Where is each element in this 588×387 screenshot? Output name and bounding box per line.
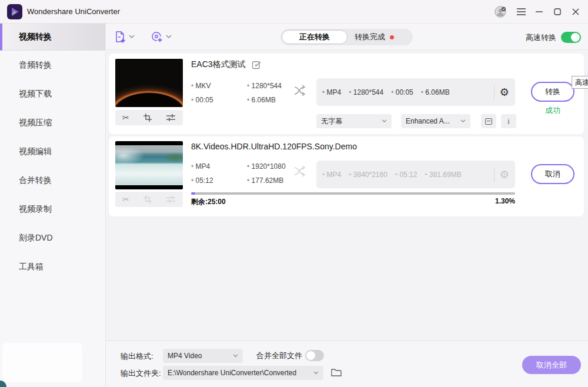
sidebar-item-screen-record[interactable]: 视频录制 <box>0 195 105 223</box>
minimize-button[interactable] <box>532 5 547 19</box>
time-remaining: 剩余:25:00 <box>191 197 226 207</box>
source-size: 6.06MB <box>247 96 282 104</box>
footer-bar: 输出格式: MP4 Video 合并全部文件 输出文件夹: E:\Wonders… <box>106 341 588 387</box>
adjust-icon <box>166 195 176 203</box>
task-title-row: EAC3格式测试 <box>191 59 261 70</box>
add-file-icon <box>113 31 126 44</box>
chevron-down-icon <box>382 119 387 123</box>
menu-button[interactable] <box>513 5 529 19</box>
sidebar-item-video-compress[interactable]: 视频压缩 <box>0 108 105 137</box>
source-duration: 05:12 <box>191 176 247 185</box>
close-button[interactable] <box>568 5 583 19</box>
add-dvd-button[interactable] <box>150 24 172 50</box>
source-duration: 00:05 <box>191 96 247 104</box>
output-format-select[interactable]: MP4 Video <box>163 349 243 363</box>
output-duration: 05:12 <box>395 171 417 179</box>
info-button[interactable]: i <box>501 114 516 128</box>
divider <box>494 168 495 182</box>
source-resolution: 1280*544 <box>247 82 282 90</box>
subtitle-select[interactable]: 无字幕 <box>316 114 392 128</box>
settings-gear-button[interactable]: ⚙ <box>500 169 509 180</box>
merge-all-label: 合并全部文件 <box>256 351 302 361</box>
output-folder-label: 输出文件夹: <box>121 368 161 379</box>
sidebar-item-video-edit[interactable]: 视频编辑 <box>0 137 105 166</box>
task-list: 高速 ✂ EAC3格式测试 <box>106 50 588 341</box>
highspeed-tooltip: 高速 <box>572 76 588 89</box>
rename-icon[interactable] <box>252 60 261 69</box>
chevron-down-icon <box>166 35 172 39</box>
maximize-icon <box>554 8 561 15</box>
crop-button[interactable] <box>143 195 152 203</box>
highspeed-label: 高速转换 <box>526 32 556 43</box>
output-duration: 00:05 <box>391 88 413 96</box>
open-folder-button[interactable] <box>330 366 343 379</box>
account-avatar[interactable] <box>493 5 508 19</box>
cancel-button[interactable]: 取消 <box>531 164 574 184</box>
convert-arrow-icon <box>293 165 309 178</box>
task-title: EAC3格式测试 <box>191 59 246 70</box>
toggle-knob <box>571 33 580 42</box>
add-file-button[interactable] <box>113 24 135 50</box>
minimize-icon <box>536 11 543 12</box>
output-format: MP4 <box>322 171 341 179</box>
task-card-1: ✂ EAC3格式测试 <box>109 54 584 134</box>
hamburger-icon <box>517 8 526 15</box>
cancel-all-button[interactable]: 取消全部 <box>522 356 581 374</box>
output-settings-box: MP4 1280*544 00:05 6.06MB ⚙ <box>316 78 515 106</box>
output-size: 6.06MB <box>421 88 450 96</box>
task-title: 8K.Videos.HDR.UltraHD.120FPS.Sony.Demo <box>191 142 357 151</box>
toolbar: 正在转换 转换完成 高速转换 <box>106 24 588 50</box>
subtitle-edit-button[interactable]: >< <box>481 114 496 128</box>
convert-tabs: 正在转换 转换完成 <box>280 29 413 45</box>
window-title: Wondershare UniConverter <box>27 7 120 16</box>
output-format-label: 输出格式: <box>121 351 153 362</box>
effects-button[interactable] <box>166 195 176 203</box>
progress-bar <box>191 192 515 195</box>
divider <box>494 85 495 99</box>
source-info: MKV 1280*544 00:05 6.06MB <box>191 82 282 104</box>
trim-button[interactable]: ✂ <box>122 195 129 203</box>
sidebar-item-video-convert[interactable]: 视频转换 <box>0 24 105 51</box>
convert-arrow-icon <box>293 84 309 97</box>
maximize-button[interactable] <box>550 5 565 19</box>
tab-converting[interactable]: 正在转换 <box>282 30 348 44</box>
chevron-down-icon <box>129 35 135 39</box>
sidebar-item-audio-convert[interactable]: 音频转换 <box>0 51 105 79</box>
title-bar: Wondershare UniConverter <box>0 0 588 24</box>
progress-fill <box>191 192 195 195</box>
adjust-icon <box>166 114 176 122</box>
sidebar-item-toolbox[interactable]: 工具箱 <box>0 252 105 281</box>
source-resolution: 1920*1080 <box>247 162 286 171</box>
sidebar-bottom-panel <box>2 343 82 382</box>
sidebar-item-merge-convert[interactable]: 合并转换 <box>0 166 105 195</box>
output-resolution: 1280*544 <box>349 88 383 96</box>
output-format: MP4 <box>322 88 341 96</box>
sidebar-item-burn-dvd[interactable]: 刻录DVD <box>0 223 105 252</box>
settings-gear-button[interactable]: ⚙ <box>500 87 509 98</box>
add-dvd-icon <box>150 30 163 44</box>
close-icon <box>572 8 579 15</box>
convert-button[interactable]: 转换 <box>531 82 574 102</box>
subtitle-edit-icon: >< <box>485 118 492 125</box>
merge-all-toggle[interactable] <box>305 350 324 361</box>
source-format: MKV <box>191 82 247 90</box>
output-resolution: 3840*2160 <box>349 171 387 179</box>
crop-button[interactable] <box>143 114 152 122</box>
edit-toolstrip: ✂ <box>115 192 183 207</box>
highspeed-toggle[interactable] <box>561 32 581 43</box>
sidebar-item-video-download[interactable]: 视频下载 <box>0 79 105 108</box>
uniconverter-window: Wondershare UniConverter <box>0 0 588 387</box>
effects-button[interactable] <box>166 114 176 122</box>
source-format: MP4 <box>191 162 247 171</box>
trim-button[interactable]: ✂ <box>122 114 129 122</box>
chevron-down-icon <box>233 354 238 358</box>
audio-select[interactable]: Enhanced A... <box>401 114 470 128</box>
output-size: 381.69MB <box>425 171 461 179</box>
crop-icon <box>143 195 152 203</box>
crop-icon <box>143 114 152 122</box>
tab-finished[interactable]: 转换完成 <box>355 29 394 45</box>
source-size: 177.62MB <box>247 176 286 185</box>
output-folder-select[interactable]: E:\Wondershare UniConverter\Converted <box>163 366 323 380</box>
notification-dot <box>390 35 394 39</box>
progress-percent: 1.30% <box>438 197 515 205</box>
